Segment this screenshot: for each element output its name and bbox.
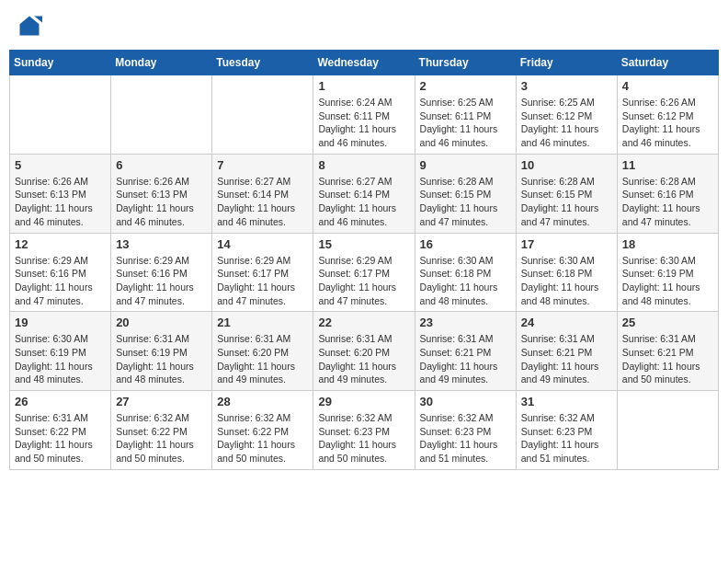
day-number: 18 [622,237,713,251]
calendar-cell: 5Sunrise: 6:26 AMSunset: 6:13 PMDaylight… [10,154,111,233]
calendar-cell: 22Sunrise: 6:31 AMSunset: 6:20 PMDayligh… [313,312,415,391]
day-info: Sunrise: 6:29 AMSunset: 6:17 PMDaylight:… [217,254,308,308]
day-info: Sunrise: 6:26 AMSunset: 6:12 PMDaylight:… [622,96,713,150]
calendar-cell: 26Sunrise: 6:31 AMSunset: 6:22 PMDayligh… [10,391,111,470]
calendar-cell: 19Sunrise: 6:30 AMSunset: 6:19 PMDayligh… [10,312,111,391]
day-number: 16 [420,237,511,251]
logo [17,13,46,39]
calendar-cell: 31Sunrise: 6:32 AMSunset: 6:23 PMDayligh… [516,391,617,470]
day-info: Sunrise: 6:31 AMSunset: 6:21 PMDaylight:… [420,332,511,386]
calendar-week-4: 19Sunrise: 6:30 AMSunset: 6:19 PMDayligh… [10,312,719,391]
calendar-week-2: 5Sunrise: 6:26 AMSunset: 6:13 PMDaylight… [10,154,719,233]
calendar-cell: 25Sunrise: 6:31 AMSunset: 6:21 PMDayligh… [617,312,718,391]
day-number: 22 [318,316,409,329]
day-number: 3 [521,79,612,93]
calendar-cell: 2Sunrise: 6:25 AMSunset: 6:11 PMDaylight… [415,75,516,155]
day-info: Sunrise: 6:31 AMSunset: 6:20 PMDaylight:… [217,332,308,386]
calendar-cell: 18Sunrise: 6:30 AMSunset: 6:19 PMDayligh… [617,233,718,312]
day-number: 1 [318,79,409,93]
page-header [9,9,719,42]
calendar-cell: 23Sunrise: 6:31 AMSunset: 6:21 PMDayligh… [415,312,516,391]
day-number: 15 [318,237,409,251]
calendar-cell: 11Sunrise: 6:28 AMSunset: 6:16 PMDayligh… [617,154,718,233]
calendar-week-3: 12Sunrise: 6:29 AMSunset: 6:16 PMDayligh… [10,233,719,312]
weekday-header-friday: Friday [516,51,617,75]
calendar-cell: 12Sunrise: 6:29 AMSunset: 6:16 PMDayligh… [10,233,111,312]
calendar-cell: 13Sunrise: 6:29 AMSunset: 6:16 PMDayligh… [111,233,212,312]
calendar-cell: 6Sunrise: 6:26 AMSunset: 6:13 PMDaylight… [111,154,212,233]
day-number: 24 [521,316,612,329]
day-number: 31 [521,395,612,408]
calendar-week-5: 26Sunrise: 6:31 AMSunset: 6:22 PMDayligh… [10,391,719,470]
day-info: Sunrise: 6:26 AMSunset: 6:13 PMDaylight:… [116,175,207,229]
calendar-cell [10,75,111,155]
calendar-cell: 1Sunrise: 6:24 AMSunset: 6:11 PMDaylight… [313,75,415,155]
calendar-cell: 15Sunrise: 6:29 AMSunset: 6:17 PMDayligh… [313,233,415,312]
day-info: Sunrise: 6:32 AMSunset: 6:23 PMDaylight:… [420,411,511,465]
weekday-header-thursday: Thursday [415,51,516,75]
day-number: 13 [116,237,207,251]
day-info: Sunrise: 6:29 AMSunset: 6:16 PMDaylight:… [116,254,207,308]
day-number: 7 [217,158,308,172]
calendar-cell: 28Sunrise: 6:32 AMSunset: 6:22 PMDayligh… [212,391,313,470]
day-info: Sunrise: 6:28 AMSunset: 6:15 PMDaylight:… [521,175,612,229]
day-info: Sunrise: 6:32 AMSunset: 6:22 PMDaylight:… [217,411,308,465]
weekday-header-row: SundayMondayTuesdayWednesdayThursdayFrid… [10,51,719,75]
weekday-header-tuesday: Tuesday [212,51,313,75]
day-info: Sunrise: 6:30 AMSunset: 6:18 PMDaylight:… [420,254,511,308]
day-info: Sunrise: 6:31 AMSunset: 6:21 PMDaylight:… [521,332,612,386]
calendar-cell [617,391,718,470]
day-number: 8 [318,158,409,172]
day-info: Sunrise: 6:26 AMSunset: 6:13 PMDaylight:… [15,175,106,229]
calendar-cell [212,75,313,155]
day-info: Sunrise: 6:32 AMSunset: 6:23 PMDaylight:… [318,411,409,465]
calendar-cell: 24Sunrise: 6:31 AMSunset: 6:21 PMDayligh… [516,312,617,391]
weekday-header-wednesday: Wednesday [313,51,415,75]
day-number: 30 [420,395,511,408]
calendar-cell: 29Sunrise: 6:32 AMSunset: 6:23 PMDayligh… [313,391,415,470]
calendar-cell: 17Sunrise: 6:30 AMSunset: 6:18 PMDayligh… [516,233,617,312]
day-number: 9 [420,158,511,172]
day-number: 5 [15,158,106,172]
calendar-cell: 16Sunrise: 6:30 AMSunset: 6:18 PMDayligh… [415,233,516,312]
day-info: Sunrise: 6:31 AMSunset: 6:20 PMDaylight:… [318,332,409,386]
calendar-cell: 4Sunrise: 6:26 AMSunset: 6:12 PMDaylight… [617,75,718,155]
day-number: 27 [116,395,207,408]
day-info: Sunrise: 6:29 AMSunset: 6:17 PMDaylight:… [318,254,409,308]
day-number: 29 [318,395,409,408]
day-number: 10 [521,158,612,172]
weekday-header-saturday: Saturday [617,51,718,75]
day-info: Sunrise: 6:30 AMSunset: 6:18 PMDaylight:… [521,254,612,308]
calendar-cell: 3Sunrise: 6:25 AMSunset: 6:12 PMDaylight… [516,75,617,155]
day-info: Sunrise: 6:28 AMSunset: 6:15 PMDaylight:… [420,175,511,229]
day-number: 2 [420,79,511,93]
day-number: 28 [217,395,308,408]
weekday-header-monday: Monday [111,51,212,75]
svg-marker-0 [20,17,40,36]
day-number: 4 [622,79,713,93]
calendar-week-1: 1Sunrise: 6:24 AMSunset: 6:11 PMDaylight… [10,75,719,155]
day-info: Sunrise: 6:27 AMSunset: 6:14 PMDaylight:… [217,175,308,229]
calendar-cell: 9Sunrise: 6:28 AMSunset: 6:15 PMDaylight… [415,154,516,233]
day-info: Sunrise: 6:32 AMSunset: 6:23 PMDaylight:… [521,411,612,465]
day-number: 19 [15,316,106,329]
calendar-cell: 7Sunrise: 6:27 AMSunset: 6:14 PMDaylight… [212,154,313,233]
day-info: Sunrise: 6:28 AMSunset: 6:16 PMDaylight:… [622,175,713,229]
day-info: Sunrise: 6:25 AMSunset: 6:12 PMDaylight:… [521,96,612,150]
logo-icon [17,13,42,39]
calendar-cell [111,75,212,155]
calendar-cell: 30Sunrise: 6:32 AMSunset: 6:23 PMDayligh… [415,391,516,470]
calendar-cell: 20Sunrise: 6:31 AMSunset: 6:19 PMDayligh… [111,312,212,391]
day-info: Sunrise: 6:24 AMSunset: 6:11 PMDaylight:… [318,96,409,150]
day-number: 20 [116,316,207,329]
day-number: 26 [15,395,106,408]
day-number: 14 [217,237,308,251]
day-number: 17 [521,237,612,251]
calendar-cell: 14Sunrise: 6:29 AMSunset: 6:17 PMDayligh… [212,233,313,312]
day-info: Sunrise: 6:31 AMSunset: 6:19 PMDaylight:… [116,332,207,386]
day-info: Sunrise: 6:32 AMSunset: 6:22 PMDaylight:… [116,411,207,465]
calendar-cell: 8Sunrise: 6:27 AMSunset: 6:14 PMDaylight… [313,154,415,233]
day-info: Sunrise: 6:29 AMSunset: 6:16 PMDaylight:… [15,254,106,308]
day-number: 21 [217,316,308,329]
weekday-header-sunday: Sunday [10,51,111,75]
